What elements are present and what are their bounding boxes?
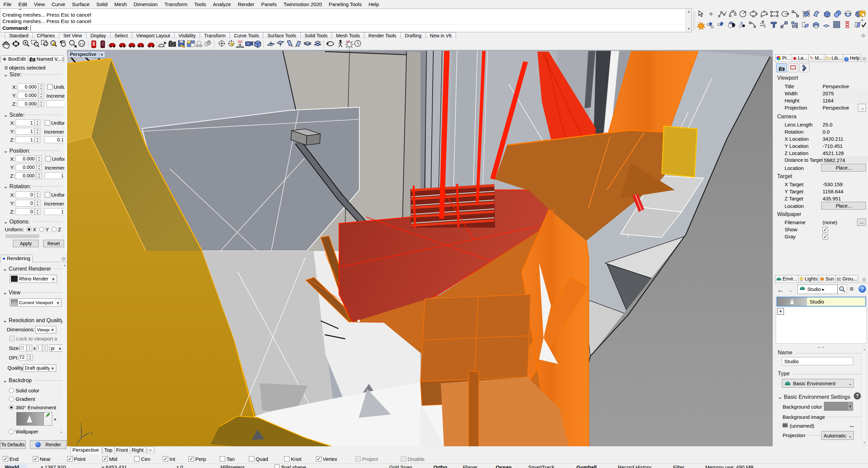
svg-text:»: » [861,17,863,22]
svg-text:y: y [91,430,93,435]
svg-text:x: x [75,444,77,446]
svg-text:z: z [79,422,81,427]
svg-text:2: 2 [208,40,210,43]
svg-text:1:1: 1:1 [80,42,84,45]
